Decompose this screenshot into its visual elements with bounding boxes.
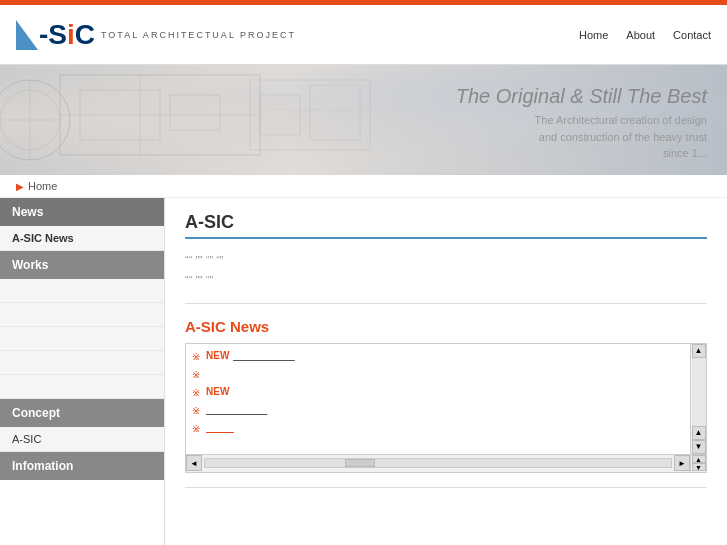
sidebar-section-news[interactable]: News: [0, 198, 164, 226]
content-description: ““ ”” “” “” ““ ”” “”: [185, 251, 707, 291]
scrollbar-track[interactable]: [692, 358, 706, 426]
main-nav: Home About Contact: [579, 29, 711, 41]
hscroll-right-arrow[interactable]: ►: [674, 455, 690, 471]
svg-rect-3: [170, 95, 220, 130]
sidebar-item-asic-news-label: A-SIC News: [12, 232, 74, 244]
content-title: A-SIC: [185, 212, 707, 233]
hero-banner: The Original & Still The Best The Archit…: [0, 65, 727, 175]
breadcrumb: ▶ Home: [0, 175, 727, 198]
sidebar-works-item-2[interactable]: [0, 303, 164, 327]
nav-contact[interactable]: Contact: [673, 29, 711, 41]
news-section-title: A-SIC News: [185, 318, 707, 335]
news-text-1[interactable]: ___________: [233, 350, 294, 361]
sidebar-works-item-1[interactable]: [0, 279, 164, 303]
logo: - S i C TOTAL ARCHITECTUAL PROJECT: [16, 19, 296, 51]
news-text-5[interactable]: _____: [206, 422, 234, 433]
hero-text: The Original & Still The Best The Archit…: [456, 85, 707, 162]
sidebar-section-news-label: News: [12, 205, 43, 219]
news-item-4: ※ ___________: [192, 404, 686, 416]
sidebar-works-item-5[interactable]: [0, 375, 164, 399]
tagline: TOTAL ARCHITECTUAL PROJECT: [101, 30, 296, 40]
news-vertical-scrollbar: ▲ ▲ ▼: [690, 344, 706, 454]
logo-letter-a: -: [39, 19, 48, 51]
sidebar-section-infomation-label: Infomation: [12, 459, 73, 473]
content-bottom-divider: [185, 487, 707, 488]
scrollbar-up-arrow[interactable]: ▲: [692, 344, 706, 358]
scrollbar-corner-up[interactable]: ▲: [692, 455, 706, 463]
news-bullet-1-icon: ※: [192, 351, 202, 362]
svg-rect-11: [260, 95, 300, 135]
news-horizontal-scrollbar: ◄ ►: [186, 454, 690, 472]
news-item-2: ※: [192, 368, 686, 380]
logo-i: i: [67, 19, 75, 51]
svg-marker-0: [16, 20, 38, 50]
sidebar-item-concept-asic-label: A-SIC: [12, 433, 41, 445]
sidebar-item-asic-news[interactable]: A-SIC News: [0, 226, 164, 251]
scrollbar-corner-down[interactable]: ▼: [692, 463, 706, 471]
news-item-1: ※ NEW ___________: [192, 350, 686, 362]
news-bullet-5-icon: ※: [192, 423, 202, 434]
scrollbar-down-arrow-1[interactable]: ▲: [692, 426, 706, 440]
nav-about[interactable]: About: [626, 29, 655, 41]
content-desc-line1: ““ ”” “” “”: [185, 251, 707, 271]
content-desc-line2: ““ ”” “”: [185, 271, 707, 291]
hero-title: The Original & Still The Best: [456, 85, 707, 108]
sidebar-section-works-label: Works: [12, 258, 48, 272]
header: - S i C TOTAL ARCHITECTUAL PROJECT Home …: [0, 5, 727, 65]
hero-subtitle-line2: and construction of the heavy trust: [539, 131, 707, 143]
breadcrumb-arrow-icon: ▶: [16, 181, 24, 192]
logo-c: C: [75, 19, 95, 51]
news-item-3: ※ NEW: [192, 386, 686, 398]
news-item-5: ※ _____: [192, 422, 686, 434]
scrollbar-down-arrow-2[interactable]: ▼: [692, 440, 706, 454]
content-divider-thin: [185, 303, 707, 304]
sidebar-section-concept[interactable]: Concept: [0, 399, 164, 427]
hero-subtitle-line3: since 1...: [663, 147, 707, 159]
content-title-divider: [185, 237, 707, 239]
logo-area: - S i C TOTAL ARCHITECTUAL PROJECT: [16, 19, 296, 51]
news-bullet-4-icon: ※: [192, 405, 202, 416]
news-text-4[interactable]: ___________: [206, 404, 267, 415]
sidebar-works-item-4[interactable]: [0, 351, 164, 375]
news-new-label-3: NEW: [206, 386, 229, 397]
sidebar-section-infomation[interactable]: Infomation: [0, 452, 164, 480]
breadcrumb-home[interactable]: Home: [28, 180, 57, 192]
news-bullet-3-icon: ※: [192, 387, 202, 398]
svg-rect-12: [310, 85, 360, 140]
hscroll-track[interactable]: [204, 458, 672, 468]
hscroll-left-arrow[interactable]: ◄: [186, 455, 202, 471]
sidebar: News A-SIC News Works Concept A-SIC Info…: [0, 198, 165, 545]
logo-triangle-icon: [16, 20, 38, 50]
hero-subtitle-line1: The Architectural creation of design: [535, 114, 707, 126]
sidebar-section-works[interactable]: Works: [0, 251, 164, 279]
news-box: ※ NEW ___________ ※ ※ NEW ※: [185, 343, 707, 473]
news-scroll-area: ※ NEW ___________ ※ ※ NEW ※: [186, 344, 706, 472]
news-bullet-2-icon: ※: [192, 369, 202, 380]
sidebar-works-item-3[interactable]: [0, 327, 164, 351]
nav-home[interactable]: Home: [579, 29, 608, 41]
sidebar-section-concept-label: Concept: [12, 406, 60, 420]
hero-subtitle: The Architectural creation of design and…: [456, 112, 707, 162]
content-area: A-SIC ““ ”” “” “” ““ ”” “” A-SIC News ※ …: [165, 198, 727, 545]
main-layout: News A-SIC News Works Concept A-SIC Info…: [0, 198, 727, 545]
hscroll-thumb[interactable]: [345, 459, 375, 467]
news-new-label-1: NEW: [206, 350, 229, 361]
scrollbar-corner: ▲ ▼: [690, 454, 706, 472]
sidebar-item-concept-asic[interactable]: A-SIC: [0, 427, 164, 452]
logo-s: S: [48, 19, 67, 51]
